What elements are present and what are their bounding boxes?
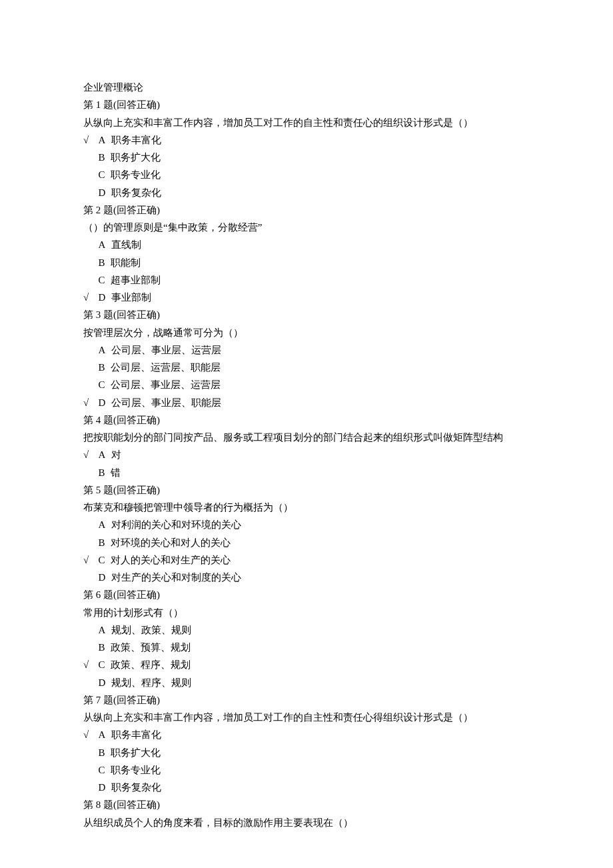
question-number: 6 [96,589,101,600]
question-option: B 公司层、运营层、职能层 [83,359,530,376]
option-check: √ [83,656,99,673]
option-text: 直线制 [109,239,141,250]
page-title: 企业管理概论 [83,79,530,96]
option-check: √ [83,551,99,569]
question-option: A 规划、政策、规则 [83,621,530,639]
option-text: 职能制 [108,257,141,268]
option-letter: C [99,169,105,180]
option-text: 政策、预算、规划 [108,642,191,653]
option-letter: B [99,537,105,548]
question-number: 3 [96,309,101,320]
option-text: 公司层、事业层、运营层 [109,345,221,355]
option-text: 职务丰富化 [109,135,161,145]
question-header: 第 5 题(回答正确) [83,481,530,499]
question-prompt: 从组织成员个人的角度来看，目标的激励作用主要表现在（） [83,814,530,831]
option-letter: B [99,152,105,163]
question-option: D 规划、程序、规则 [83,674,530,691]
question-option: C 公司层、事业层、运营层 [83,376,530,393]
question-option: B 对环境的关心和对人的关心 [83,534,530,551]
question-option: B 职务扩大化 [83,149,530,166]
question-status: (回答正确) [113,485,160,495]
question-option: √A 职务丰富化 [83,726,530,743]
option-letter: D [99,187,106,198]
option-text: 职务扩大化 [108,152,161,163]
option-letter: D [99,292,106,303]
option-letter: B [99,362,105,373]
option-letter: C [99,555,105,565]
question-option: √C 对人的关心和对生产的关心 [83,551,530,569]
option-letter: A [99,729,106,740]
option-letter: A [99,519,106,530]
option-letter: C [99,659,105,670]
option-letter: B [99,642,105,653]
question-header: 第 3 题(回答正确) [83,306,530,323]
question-prompt: （）的管理原则是“集中政策，分散经营” [83,219,530,236]
question-prompt: 布莱克和穆顿把管理中领导者的行为概括为（） [83,499,530,516]
option-check: √ [83,289,99,306]
question-number: 2 [96,205,101,215]
option-text: 对利润的关心和对环境的关心 [109,519,241,530]
option-check: √ [83,446,99,463]
option-letter: A [99,345,106,355]
question-option: D 职务复杂化 [83,184,530,201]
question-status: (回答正确) [113,415,160,425]
question-option: √D 事业部制 [83,289,530,306]
question-option: √A 对 [83,446,530,463]
question-header: 第 2 题(回答正确) [83,201,530,219]
question-option: A 公司层、事业层、运营层 [83,341,530,359]
option-text: 职务扩大化 [108,747,161,758]
option-check: √ [83,131,99,149]
question-header: 第 4 题(回答正确) [83,411,530,429]
document-body: 企业管理概论第 1 题(回答正确)从纵向上充实和丰富工作内容，增加员工对工作的自… [83,79,530,831]
option-letter: A [99,135,106,145]
question-number: 4 [96,415,101,425]
question-option: B 职能制 [83,254,530,271]
question-number: 1 [96,99,101,110]
option-letter: B [99,467,105,478]
question-prompt: 按管理层次分，战略通常可分为（） [83,324,530,341]
option-letter: D [99,782,106,793]
option-text: 对生产的关心和对制度的关心 [109,572,241,583]
option-letter: D [99,397,106,408]
question-option: C 职务专业化 [83,761,530,779]
question-option: A 对利润的关心和对环境的关心 [83,516,530,533]
question-header: 第 6 题(回答正确) [83,586,530,603]
option-text: 事业部制 [109,292,151,303]
question-option: √D 公司层、事业层、职能层 [83,394,530,411]
option-text: 职务专业化 [108,765,161,775]
question-status: (回答正确) [113,205,160,215]
question-option: C 超事业部制 [83,271,530,289]
option-letter: C [99,765,105,775]
option-check: √ [83,394,99,411]
option-text: 规划、政策、规则 [109,625,191,635]
question-header: 第 7 题(回答正确) [83,691,530,709]
option-text: 公司层、事业层、职能层 [109,397,221,408]
question-prompt: 常用的计划形式有（） [83,604,530,621]
question-option: B 错 [83,464,530,481]
question-option: D 职务复杂化 [83,779,530,796]
option-text: 对人的关心和对生产的关心 [108,555,231,565]
option-text: 错 [108,467,121,478]
question-option: A 直线制 [83,236,530,253]
option-letter: A [99,625,106,635]
option-letter: A [99,239,106,250]
question-header: 第 8 题(回答正确) [83,796,530,813]
question-prompt: 把按职能划分的部门同按产品、服务或工程项目划分的部门结合起来的组织形式叫做矩阵型… [83,429,530,446]
question-number: 5 [96,485,101,495]
option-letter: A [99,449,106,460]
option-text: 政策、程序、规划 [108,659,191,670]
option-text: 职务专业化 [108,169,161,180]
question-prompt: 从纵向上充实和丰富工作内容，增加员工对工作的自主性和责任心得组织设计形式是（） [83,709,530,726]
question-option: B 政策、预算、规划 [83,639,530,656]
question-option: B 职务扩大化 [83,744,530,761]
option-text: 职务丰富化 [109,729,161,740]
option-text: 规划、程序、规则 [109,677,191,688]
option-letter: B [99,257,105,268]
question-status: (回答正确) [113,309,160,320]
option-text: 公司层、运营层、职能层 [108,362,221,373]
question-option: √A 职务丰富化 [83,131,530,149]
option-text: 对环境的关心和对人的关心 [108,537,231,548]
option-check: √ [83,726,99,743]
question-option: D 对生产的关心和对制度的关心 [83,569,530,586]
option-text: 对 [109,449,121,460]
